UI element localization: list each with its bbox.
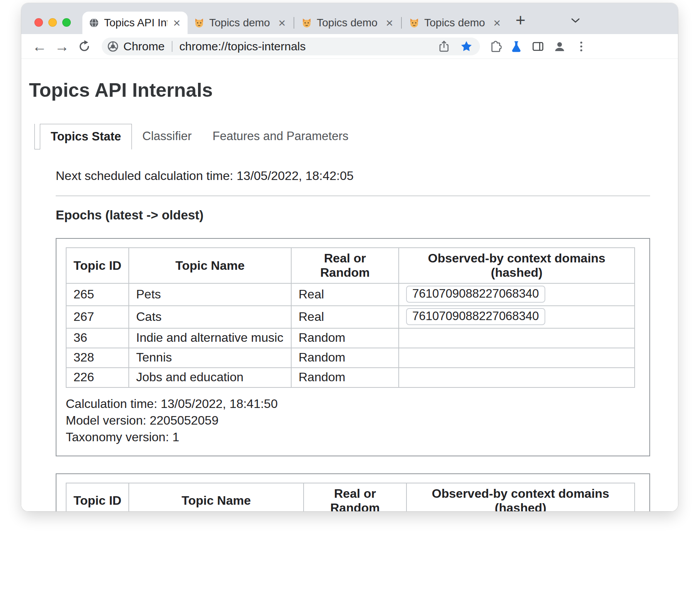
side-panel-icon[interactable] (531, 39, 545, 53)
forward-button[interactable]: → (54, 39, 70, 54)
calculation-time-text: Calculation time: 13/05/2022, 18:41:50 (66, 396, 640, 412)
tab-title: Topics demo (317, 17, 380, 29)
page-viewport: Topics API Internals Topics State Classi… (21, 59, 678, 511)
chevron-down-icon[interactable] (570, 17, 580, 24)
browser-tab-topics-demo-1[interactable]: Topics demo × (188, 12, 293, 34)
col-observed-by: Observed-by context domains (hashed) (399, 248, 635, 283)
table-row: 267 Cats Real 7610709088227068340 (66, 306, 635, 328)
col-observed-by: Observed-by context domains (hashed) (406, 483, 635, 511)
topic-id-cell: 36 (66, 328, 129, 348)
real-or-random-cell: Random (291, 348, 399, 368)
close-tab-icon[interactable]: × (383, 17, 396, 29)
page-tab-stub (34, 124, 40, 149)
table-row: 328 Tennis Random (66, 348, 635, 368)
tab-title: Topics API Intern (104, 17, 167, 29)
tab-classifier[interactable]: Classifier (132, 124, 202, 149)
real-or-random-cell: Real (291, 283, 399, 306)
close-tab-icon[interactable]: × (171, 17, 183, 29)
address-bar[interactable]: Chrome chrome://topics-internals (102, 38, 480, 55)
url-separator (172, 41, 172, 52)
col-topic-name: Topic Name (129, 483, 304, 511)
epoch-table-1: Topic ID Topic Name Real or Random Obser… (66, 247, 635, 388)
epoch-meta: Calculation time: 13/05/2022, 18:41:50 M… (66, 396, 640, 446)
epoch-box-1: Topic ID Topic Name Real or Random Obser… (56, 238, 650, 456)
globe-icon (89, 17, 99, 28)
section-divider (56, 195, 650, 196)
browser-toolbar: ← → Chrome chrome://topics-internals (21, 34, 678, 59)
labs-flask-icon[interactable] (509, 39, 523, 53)
table-header-row: Topic ID Topic Name Real or Random Obser… (66, 483, 635, 511)
reload-button[interactable] (76, 39, 92, 53)
topic-id-cell: 328 (66, 348, 129, 368)
tab-divider (401, 17, 402, 29)
col-topic-name: Topic Name (129, 248, 291, 283)
table-row: 226 Jobs and education Random (66, 368, 635, 387)
table-row: 265 Pets Real 7610709088227068340 (66, 283, 635, 306)
topic-name-cell: Tennis (129, 348, 291, 368)
extensions-puzzle-icon[interactable] (488, 39, 502, 53)
tab-features-and-parameters[interactable]: Features and Parameters (202, 124, 359, 149)
observed-by-cell: 7610709088227068340 (399, 306, 635, 328)
observed-by-cell (399, 368, 635, 387)
topic-id-cell: 267 (66, 306, 129, 328)
profile-avatar-icon[interactable] (553, 39, 567, 53)
epochs-heading: Epochs (latest -> oldest) (56, 208, 650, 223)
new-tab-button[interactable]: + (516, 12, 526, 29)
browser-window: Topics API Intern × Topics demo × (21, 3, 678, 511)
epoch-table-2: Topic ID Topic Name Real or Random Obser… (66, 483, 635, 511)
topic-name-cell: Indie and alternative music (129, 328, 291, 348)
zoom-window-button[interactable] (62, 18, 71, 27)
cat-icon (301, 17, 312, 28)
chrome-logo-icon (107, 41, 119, 52)
col-topic-id: Topic ID (66, 483, 129, 511)
browser-tab-topics-demo-3[interactable]: Topics demo × (403, 12, 508, 34)
table-row: 36 Indie and alternative music Random (66, 328, 635, 348)
browser-name-label: Chrome (123, 40, 165, 53)
real-or-random-cell: Random (291, 368, 399, 387)
topic-name-cell: Cats (129, 306, 291, 328)
bookmark-star-icon[interactable] (460, 40, 473, 53)
tab-divider (294, 17, 294, 29)
tab-title: Topics demo (424, 17, 488, 29)
topic-id-cell: 265 (66, 283, 129, 306)
table-header-row: Topic ID Topic Name Real or Random Obser… (66, 248, 635, 283)
tab-title: Topics demo (209, 17, 273, 29)
page-title: Topics API Internals (29, 79, 678, 101)
cat-icon (194, 17, 205, 28)
back-button[interactable]: ← (31, 39, 48, 54)
next-calculation-text: Next scheduled calculation time: 13/05/2… (56, 169, 650, 183)
observed-by-cell (399, 328, 635, 348)
topics-state-panel: Next scheduled calculation time: 13/05/2… (56, 169, 650, 511)
browser-tab-topics-internals[interactable]: Topics API Intern × (82, 12, 188, 34)
observed-domain-chip: 7610709088227068340 (406, 286, 545, 303)
topic-id-cell: 226 (66, 368, 129, 387)
col-topic-id: Topic ID (66, 248, 129, 283)
url-text[interactable]: chrome://topics-internals (179, 40, 306, 53)
epoch-box-2: Topic ID Topic Name Real or Random Obser… (56, 473, 650, 511)
col-real-or-random: Real or Random (304, 483, 406, 511)
window-controls (21, 18, 82, 27)
topic-name-cell: Jobs and education (129, 368, 291, 387)
cat-icon (409, 17, 420, 28)
kebab-menu-icon[interactable] (574, 39, 588, 53)
minimize-window-button[interactable] (48, 18, 57, 27)
browser-tab-topics-demo-2[interactable]: Topics demo × (295, 12, 400, 34)
real-or-random-cell: Real (291, 306, 399, 328)
model-version-text: Model version: 2205052059 (66, 412, 640, 429)
topic-name-cell: Pets (129, 283, 291, 306)
observed-domain-chip: 7610709088227068340 (406, 308, 545, 325)
col-real-or-random: Real or Random (291, 248, 399, 283)
close-tab-icon[interactable]: × (276, 17, 288, 29)
tab-strip: Topics API Intern × Topics demo × (21, 3, 678, 34)
observed-by-cell: 7610709088227068340 (399, 283, 635, 306)
observed-by-cell (399, 348, 635, 368)
close-window-button[interactable] (34, 18, 43, 27)
tab-topics-state[interactable]: Topics State (40, 124, 132, 149)
real-or-random-cell: Random (291, 328, 399, 348)
share-icon[interactable] (437, 40, 451, 53)
taxonomy-version-text: Taxonomy version: 1 (66, 429, 640, 446)
page-tabs: Topics State Classifier Features and Par… (34, 124, 678, 149)
close-tab-icon[interactable]: × (491, 17, 503, 29)
